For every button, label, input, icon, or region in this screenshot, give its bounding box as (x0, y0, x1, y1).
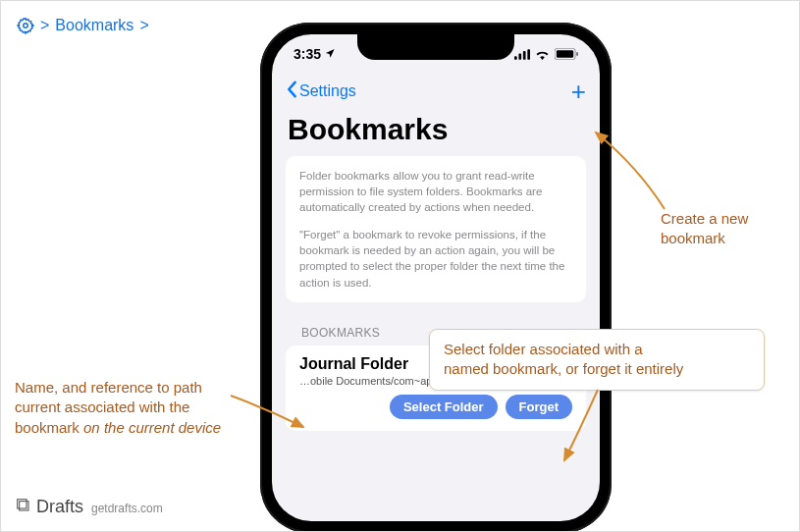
wifi-icon (535, 49, 550, 60)
chevron-left-icon (286, 80, 297, 102)
nav-bar: Settings + (272, 74, 600, 109)
brand-url: getdrafts.com (91, 502, 163, 515)
svg-rect-2 (518, 53, 521, 59)
info-paragraph: Folder bookmarks allow you to grant read… (299, 168, 572, 215)
svg-rect-3 (523, 50, 526, 59)
screen-title: Bookmarks (272, 109, 600, 156)
brand-name: Drafts (36, 497, 83, 517)
info-card: Folder bookmarks allow you to grant read… (286, 156, 586, 302)
callout-create: Create a new bookmark (661, 209, 748, 249)
plus-icon: + (571, 77, 586, 106)
svg-point-0 (24, 24, 28, 28)
nav-back-button[interactable]: Settings (286, 80, 356, 102)
svg-rect-7 (576, 52, 578, 56)
breadcrumb[interactable]: > Bookmarks > (17, 17, 149, 34)
svg-rect-8 (18, 500, 27, 508)
battery-icon (555, 48, 578, 60)
svg-rect-1 (514, 56, 517, 60)
add-bookmark-button[interactable]: + (571, 79, 586, 104)
info-paragraph: "Forget" a bookmark to revoke permission… (299, 227, 572, 290)
callout-select: Select folder associated with a named bo… (429, 329, 765, 391)
phone-screen: 3:35 Set (272, 34, 600, 521)
gear-icon (17, 17, 34, 34)
select-folder-button[interactable]: Select Folder (390, 395, 498, 419)
breadcrumb-sep: > (139, 17, 148, 34)
svg-rect-4 (527, 49, 530, 60)
svg-rect-9 (20, 502, 28, 510)
callout-name: Name, and reference to path current asso… (15, 378, 240, 438)
status-time: 3:35 (293, 46, 321, 62)
phone-frame: 3:35 Set (260, 23, 612, 532)
location-icon (325, 46, 336, 62)
drafts-logo-icon (15, 497, 30, 517)
breadcrumb-label[interactable]: Bookmarks (55, 17, 133, 34)
signal-icon (514, 49, 530, 60)
svg-rect-6 (557, 50, 573, 58)
footer: Drafts getdrafts.com (15, 497, 163, 517)
forget-button[interactable]: Forget (506, 395, 572, 419)
phone-notch (357, 34, 514, 60)
nav-back-label: Settings (299, 82, 356, 100)
breadcrumb-sep: > (40, 17, 49, 34)
